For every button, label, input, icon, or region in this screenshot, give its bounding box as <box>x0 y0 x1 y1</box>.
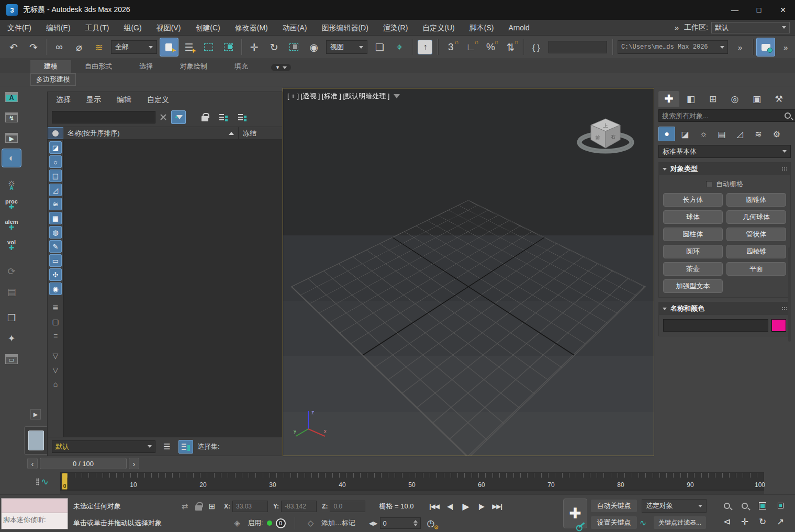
menu-edit[interactable]: 编辑(E) <box>39 20 78 36</box>
viewport-label-text[interactable]: [ + ] [透视 ] [标准 ] [默认明暗处理 ] <box>287 92 389 101</box>
export-button[interactable]: ▤ <box>2 282 21 301</box>
field-of-view-button[interactable]: ⊲ <box>718 514 736 530</box>
toggle-notes[interactable]: ≡ <box>49 330 62 342</box>
tab-modify[interactable]: ◧ <box>680 91 701 107</box>
subcat-helpers[interactable]: ◿ <box>732 127 748 141</box>
hierarchy-view-button[interactable] <box>178 440 193 454</box>
pan-view-button[interactable]: ✛ <box>736 514 754 530</box>
toggle-filter-config[interactable]: ▽ <box>49 364 62 376</box>
ref-coord-dropdown[interactable]: 视图 <box>326 40 368 54</box>
object-color-swatch[interactable] <box>771 319 786 332</box>
clear-search-icon[interactable] <box>160 114 167 121</box>
autogrid-checkbox[interactable] <box>706 181 712 187</box>
box-button[interactable]: 长方体 <box>663 193 723 207</box>
toggle-helpers[interactable]: ◿ <box>49 184 62 196</box>
listener-macro-field[interactable] <box>2 499 68 513</box>
z-coordinate-field[interactable]: 0.0 <box>330 501 365 512</box>
view-cube[interactable]: 上 前 右 <box>572 109 641 163</box>
selection-filter-dropdown[interactable]: 全部 <box>111 40 157 54</box>
panel-expand-arrow[interactable]: ▶ <box>30 409 41 420</box>
menu-animation[interactable]: 动画(A) <box>275 20 315 36</box>
x-coordinate-field[interactable]: 33.03 <box>232 501 268 512</box>
menu-create[interactable]: 创建(C) <box>188 20 227 36</box>
spinner-snap-toggle[interactable]: ⇅∩ <box>501 38 520 56</box>
rectangular-region-button[interactable] <box>199 38 218 56</box>
menu-overflow-chevron[interactable]: » <box>669 23 684 32</box>
select-link-button[interactable]: ∞ <box>50 38 69 56</box>
subcat-shapes[interactable]: ◪ <box>677 127 693 141</box>
object-type-header[interactable]: 对象类型 <box>659 163 790 175</box>
subcat-systems[interactable]: ⚙ <box>768 127 785 141</box>
subcat-geometry[interactable]: ● <box>658 127 675 141</box>
close-button[interactable]: ✕ <box>771 0 795 20</box>
undo-button[interactable]: ↶ <box>4 38 23 56</box>
menu-group[interactable]: 组(G) <box>116 20 149 36</box>
teapot-button[interactable]: 茶壶 <box>663 262 723 276</box>
minimize-button[interactable]: — <box>723 0 747 20</box>
object-type-column[interactable] <box>48 127 63 139</box>
perspective-viewport[interactable]: [ + ] [透视 ] [标准 ] [默认明暗处理 ] 上 前 右 <box>283 88 654 456</box>
plane-button[interactable]: 平面 <box>726 262 786 276</box>
frame-display[interactable]: 0 / 100 <box>40 458 127 469</box>
spinner-icon[interactable] <box>413 520 418 526</box>
create-procedural-button[interactable]: proc✚ <box>2 195 21 214</box>
cone-button[interactable]: 圆锥体 <box>726 193 786 207</box>
textplus-button[interactable]: 加强型文本 <box>663 279 723 293</box>
frozen-column-header[interactable]: 冻结 <box>238 127 282 139</box>
snap-toggle-3d[interactable]: 3∩ <box>441 38 460 56</box>
layered-images-button[interactable]: ❒ <box>2 309 21 327</box>
toggle-bones[interactable]: ✎ <box>49 240 62 253</box>
toggle-lights[interactable]: ☼ <box>49 155 62 168</box>
object-search-input[interactable] <box>658 109 795 122</box>
object-name-input[interactable] <box>663 319 768 332</box>
redo-button[interactable]: ↷ <box>24 38 43 56</box>
explorer-menu-select[interactable]: 选择 <box>56 95 71 105</box>
tab-motion[interactable]: ◎ <box>724 91 745 107</box>
toolbar-overflow-chevron[interactable]: » <box>731 38 749 56</box>
search-icon[interactable] <box>785 112 791 119</box>
select-by-name-button[interactable]: ☰ ➤ <box>180 38 198 56</box>
toggle-biped[interactable]: ✣ <box>49 268 62 281</box>
tube-button[interactable]: 管状体 <box>726 228 786 241</box>
maximize-viewport-toggle[interactable]: ↗ <box>771 514 789 530</box>
scene-object-list[interactable] <box>63 140 282 437</box>
render-overflow-chevron[interactable]: » <box>776 38 795 56</box>
filter-button[interactable] <box>171 110 186 124</box>
window-crossing-button[interactable] <box>219 38 238 56</box>
add-marker-label[interactable]: 添加…标记 <box>321 518 355 528</box>
maxscript-mini-listener[interactable]: 脚本迷你侦听: <box>1 498 68 529</box>
track-bar[interactable] <box>60 490 764 494</box>
explorer-search-input[interactable] <box>52 111 155 123</box>
mini-curve-editor-button[interactable]: ∿ <box>30 473 54 490</box>
play-button[interactable]: ▶ <box>458 500 474 513</box>
next-frame-button[interactable]: |▶ <box>474 500 489 513</box>
render-setup-button[interactable] <box>756 38 775 56</box>
wash-button[interactable]: ⟳ <box>2 262 21 281</box>
go-to-end-button[interactable]: ▶▶| <box>489 500 505 513</box>
layer-preset-dropdown[interactable]: 默认 <box>52 440 155 453</box>
expand-hierarchy-button[interactable] <box>216 110 231 124</box>
menu-customize[interactable]: 自定义(U) <box>415 20 462 36</box>
zoom-extents-all-button[interactable] <box>771 497 789 514</box>
select-rotate-button[interactable]: ↻ <box>265 38 284 56</box>
select-move-button[interactable]: ✛ <box>245 38 264 56</box>
ribbon-tab-freeform[interactable]: 自由形式 <box>71 60 126 73</box>
orbit-button[interactable]: ↻ <box>754 514 771 530</box>
key-curve-icon[interactable]: ∿ <box>640 518 646 528</box>
lookdev-window-button[interactable]: A <box>2 87 21 106</box>
tab-hierarchy[interactable]: ⊞ <box>702 91 723 107</box>
workspace-dropdown[interactable]: 默认 <box>711 22 790 33</box>
sphere-button[interactable]: 球体 <box>663 210 723 224</box>
zoom-all-button[interactable] <box>736 497 754 514</box>
menu-arnold[interactable]: Arnold <box>501 20 536 36</box>
toggle-cameras[interactable]: ▤ <box>49 169 62 182</box>
toggle-blank[interactable]: ▢ <box>49 315 62 328</box>
previous-frame-button[interactable]: ◀| <box>442 500 458 513</box>
bind-spacewarp-button[interactable]: ≋ <box>89 38 108 56</box>
subcat-lights[interactable]: ☼ <box>695 127 712 141</box>
maximize-button[interactable]: □ <box>747 0 771 20</box>
set-key-button[interactable]: 设置关键点 <box>590 516 637 529</box>
toggle-containers[interactable]: ▭ <box>49 254 62 267</box>
viewport-layout-tab[interactable] <box>24 426 48 455</box>
menu-modifiers[interactable]: 修改器(M) <box>228 20 275 36</box>
